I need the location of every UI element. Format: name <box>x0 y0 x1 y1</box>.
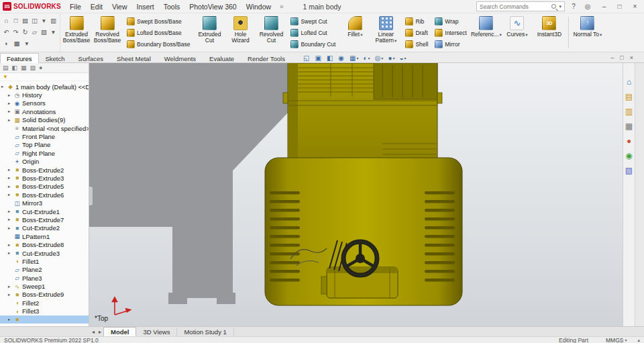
tree-item[interactable]: ▸ Sensors <box>0 99 89 107</box>
tree-item[interactable]: ▸ Fillet3 <box>0 307 89 315</box>
hole-wizard-button[interactable]: Hole Wizard <box>225 14 256 51</box>
expand-arrow-icon[interactable]: ▸ <box>8 109 13 114</box>
tree-item[interactable]: ▸ Plane2 <box>0 266 89 274</box>
more-dropdown-icon[interactable]: ▾ <box>22 38 32 48</box>
expand-arrow-icon[interactable]: ▸ <box>8 292 13 297</box>
drawing-icon[interactable]: ▦ <box>12 38 21 48</box>
expand-arrow-icon[interactable]: ▸ <box>8 167 13 173</box>
study-tab[interactable]: Model <box>103 327 136 336</box>
graphics-viewport[interactable]: *Top <box>89 63 623 326</box>
design-library-icon[interactable]: ▤ <box>624 91 634 101</box>
tree-item[interactable]: ▸ Fillet1 <box>0 257 89 265</box>
expand-arrow-icon[interactable]: ▸ <box>8 175 13 181</box>
command-tab[interactable]: Features <box>0 53 39 63</box>
hide-show-icon[interactable]: ◎▾ <box>375 54 384 62</box>
tree-item[interactable]: ▸ Fillet2 <box>0 299 89 307</box>
tree-item[interactable]: ▸ Right Plane <box>0 149 89 157</box>
tab-scroll-left-icon[interactable]: ◂ <box>90 328 97 336</box>
view-orientation-icon[interactable]: ▦▾ <box>350 54 358 62</box>
menu-item[interactable]: Edit <box>86 1 107 12</box>
menu-item[interactable]: Tools <box>159 1 185 12</box>
zoom-fit-icon[interactable]: ◱ <box>303 54 310 62</box>
panel-splitter-handle[interactable] <box>89 187 93 205</box>
custom-properties-icon[interactable]: ▧ <box>624 165 634 175</box>
command-tab[interactable]: Sheet Metal <box>110 53 158 63</box>
appearances-scenes-icon[interactable]: ● <box>624 136 634 146</box>
extruded-boss-base-button[interactable]: Extruded Boss/Base <box>61 14 92 51</box>
menu-item[interactable]: View <box>107 1 132 12</box>
expand-arrow-icon[interactable]: ▸ <box>8 242 13 248</box>
section-view-icon[interactable]: ◧ <box>327 54 333 62</box>
wrap-button[interactable]: Wrap <box>433 16 468 26</box>
revolved-boss-base-button[interactable]: Revolved Boss/Base <box>92 14 123 51</box>
search-input[interactable] <box>480 3 549 10</box>
tree-item[interactable]: ▸ Origin <box>0 158 89 166</box>
expand-arrow-icon[interactable]: ▸ <box>8 209 13 214</box>
tree-item[interactable]: ▸ Solid Bodies(9) <box>0 116 89 124</box>
menu-item[interactable]: Window <box>241 1 276 12</box>
intersect-button[interactable]: Intersect <box>433 28 468 38</box>
tree-item[interactable]: ▸ History <box>0 91 89 99</box>
expand-arrow-icon[interactable]: ▸ <box>8 250 13 256</box>
tree-item[interactable]: ▸ 1 main body (Default) <<Default> <box>0 83 89 91</box>
displaymanager-tab-icon[interactable]: ● <box>39 64 42 71</box>
tree-item[interactable]: ▸ Mirror3 <box>0 199 89 207</box>
draft-button[interactable]: Draft <box>404 28 429 38</box>
undo-icon[interactable]: ↶ <box>2 27 11 37</box>
expand-arrow-icon[interactable]: ▸ <box>8 217 13 222</box>
close-button[interactable]: × <box>627 0 643 13</box>
redo-icon[interactable]: ↷ <box>11 27 20 37</box>
tree-item[interactable]: ▸ Annotations <box>0 107 89 115</box>
swept-boss-base-button[interactable]: Swept Boss/Base <box>125 16 191 26</box>
view-palette-icon[interactable]: ▦ <box>624 121 634 131</box>
expand-arrow-icon[interactable]: ▸ <box>8 317 13 322</box>
swept-cut-button[interactable]: Swept Cut <box>289 16 337 26</box>
scene-icon[interactable]: ◒▾ <box>399 54 406 62</box>
tree-item[interactable]: ▸ Top Plane <box>0 141 89 149</box>
tree-item[interactable]: ▸ LPattern1 <box>0 232 89 240</box>
command-tab[interactable]: Weldments <box>158 53 203 63</box>
appearance-icon[interactable]: ◐ <box>2 38 11 48</box>
help-icon[interactable]: ? <box>568 1 579 12</box>
statusbar-toggle-icon[interactable]: ▴ <box>637 338 640 343</box>
command-tab[interactable]: Sketch <box>39 53 72 63</box>
mirror-button[interactable]: Mirror <box>433 39 468 49</box>
annotations-view-icon[interactable]: ◉ <box>338 54 345 62</box>
menu-item[interactable]: Insert <box>131 1 158 12</box>
expand-arrow-icon[interactable]: ▸ <box>1 84 7 89</box>
boundary-boss-base-button[interactable]: Boundary Boss/Base <box>125 39 191 49</box>
tree-item[interactable]: ▸ Boss-Extrude7 <box>0 215 89 224</box>
doc-restore-icon[interactable]: □ <box>620 54 623 61</box>
tree-item[interactable]: ▸ Cut-Extrude1 <box>0 207 89 215</box>
settings-icon[interactable]: ◎ <box>582 1 593 12</box>
shell-button[interactable]: Shell <box>404 39 429 49</box>
pin-menu-icon[interactable]: » <box>276 3 288 10</box>
linear-pattern-button[interactable]: Linear Pattern▾ <box>370 14 401 51</box>
sketch-icon[interactable]: ▱ <box>30 27 39 37</box>
doc-minimize-icon[interactable]: – <box>610 54 614 61</box>
instant3d-button[interactable]: 3D Instant3D <box>534 14 565 51</box>
curves-button[interactable]: ∿ Curves▾ <box>502 14 533 51</box>
extruded-cut-button[interactable]: Extruded Cut <box>194 14 225 51</box>
tree-item[interactable]: ▸ Boss-Extrude9 <box>0 291 89 299</box>
lofted-boss-base-button[interactable]: Lofted Boss/Base <box>125 28 191 38</box>
appearances-icon[interactable]: ●▾ <box>388 54 394 62</box>
lofted-cut-button[interactable]: Lofted Cut <box>289 28 337 38</box>
expand-arrow-icon[interactable]: ▸ <box>8 192 13 197</box>
filter-icon[interactable]: ▼ <box>3 74 8 80</box>
print-icon[interactable]: ▥ <box>49 15 58 26</box>
study-tab[interactable]: 3D Views <box>136 328 177 336</box>
search-dropdown-icon[interactable]: ▾ <box>559 4 561 9</box>
normal-to-button[interactable]: ↑ Normal To▾ <box>572 14 603 51</box>
rebuild-icon[interactable]: ↻ <box>21 27 30 37</box>
expand-arrow-icon[interactable]: ▸ <box>8 284 13 289</box>
display-style-icon[interactable]: ◐▾ <box>364 54 370 62</box>
featuremanager-tab-icon[interactable]: ▤ <box>3 64 9 71</box>
part-model-3d[interactable] <box>89 63 623 326</box>
propertymanager-tab-icon[interactable]: ◧ <box>12 64 18 71</box>
search-icon[interactable] <box>551 4 556 9</box>
configuration-tab-icon[interactable]: ▦ <box>21 64 27 71</box>
doc-close-icon[interactable]: × <box>630 54 633 61</box>
dimxpert-tab-icon[interactable]: ▧ <box>30 64 36 71</box>
tree-item[interactable]: ▸ Boss-Extrude2 <box>0 166 89 174</box>
